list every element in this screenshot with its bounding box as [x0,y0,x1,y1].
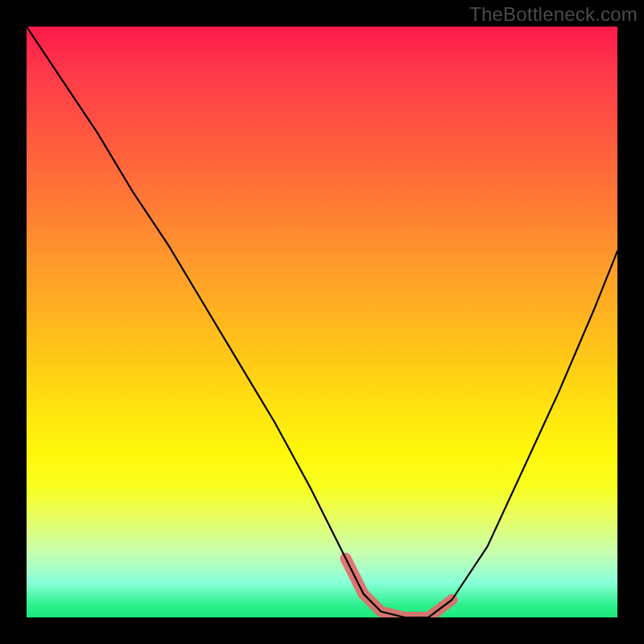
watermark-text: TheBottleneck.com [469,3,638,26]
optimal-zone-highlight [345,559,452,617]
curve-layer [27,27,617,617]
bottleneck-curve [27,27,617,617]
plot-area [27,27,617,617]
chart-container: TheBottleneck.com [0,0,644,644]
